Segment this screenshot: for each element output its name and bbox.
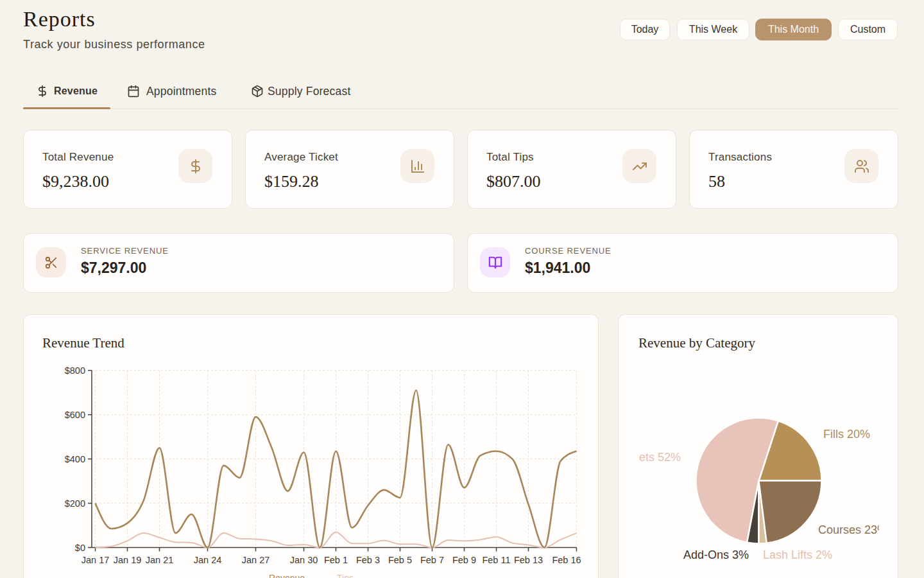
- svg-text:Jan 19: Jan 19: [114, 555, 142, 565]
- svg-text:Courses 23%: Courses 23%: [818, 523, 879, 536]
- svg-text:Full Sets 52%: Full Sets 52%: [638, 451, 681, 464]
- svg-text:$800: $800: [65, 365, 85, 376]
- svg-text:Jan 21: Jan 21: [146, 555, 174, 565]
- svg-text:$0: $0: [75, 543, 85, 553]
- svg-text:Fills 20%: Fills 20%: [823, 428, 870, 441]
- svg-text:Feb 13: Feb 13: [514, 555, 543, 565]
- svg-text:Feb 11: Feb 11: [482, 555, 510, 565]
- svg-text:$400: $400: [65, 454, 85, 464]
- svg-text:$600: $600: [65, 410, 85, 420]
- svg-text:Jan 30: Jan 30: [290, 555, 318, 565]
- svg-text:Feb 3: Feb 3: [356, 555, 380, 565]
- svg-text:$200: $200: [65, 498, 85, 509]
- svg-text:Lash Lifts 2%: Lash Lifts 2%: [763, 548, 832, 561]
- svg-text:Feb 1: Feb 1: [324, 555, 348, 565]
- svg-text:Feb 9: Feb 9: [452, 555, 476, 565]
- svg-text:Add-Ons 3%: Add-Ons 3%: [683, 548, 749, 561]
- svg-text:Feb 7: Feb 7: [420, 555, 444, 565]
- svg-text:Jan 27: Jan 27: [242, 555, 270, 565]
- svg-text:Jan 24: Jan 24: [194, 555, 222, 565]
- svg-text:Feb 5: Feb 5: [388, 555, 412, 565]
- svg-text:Jan 17: Jan 17: [81, 555, 110, 565]
- svg-text:Feb 16: Feb 16: [552, 555, 581, 565]
